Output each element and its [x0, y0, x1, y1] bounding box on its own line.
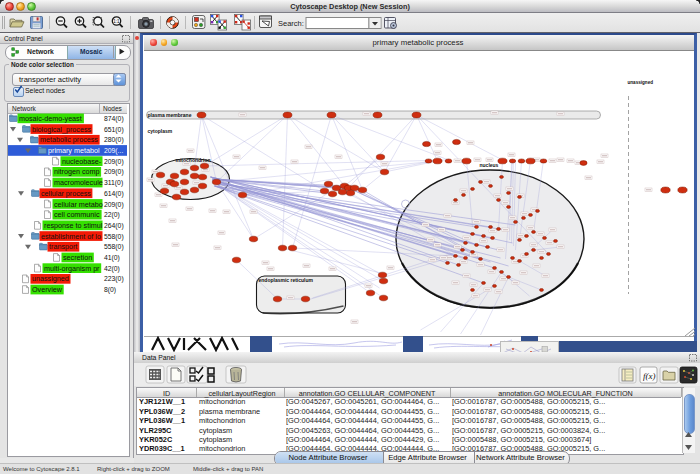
svg-text:multi-organism pr: multi-organism pr — [44, 264, 100, 273]
svg-text:614(0): 614(0) — [104, 190, 124, 198]
svg-text:macromolecule: macromolecule — [54, 178, 103, 187]
svg-text:209(...: 209(... — [104, 147, 123, 155]
svg-text:nucleobase-: nucleobase- — [62, 157, 102, 166]
svg-text:primary metabol: primary metabol — [48, 146, 100, 155]
svg-text:cellular process: cellular process — [41, 189, 91, 198]
svg-text:558(0): 558(0) — [104, 233, 124, 241]
svg-text:unassigned: unassigned — [627, 80, 653, 85]
svg-text:metabolic process: metabolic process — [40, 135, 98, 144]
svg-text:280(0): 280(0) — [104, 136, 124, 144]
svg-text:response to stimul: response to stimul — [44, 221, 103, 230]
svg-text:cellular metabo: cellular metabo — [54, 200, 103, 209]
svg-text:209(0): 209(0) — [104, 201, 124, 209]
svg-text:endoplasmic reticulum: endoplasmic reticulum — [258, 277, 313, 283]
svg-text:223(0): 223(0) — [104, 275, 124, 283]
svg-text:nucleus: nucleus — [479, 162, 498, 168]
svg-text:1:1: 1:1 — [113, 19, 120, 24]
svg-text:biological_process: biological_process — [32, 125, 92, 134]
svg-text:22(0): 22(0) — [104, 211, 120, 219]
svg-text:transport: transport — [49, 242, 77, 251]
svg-text:nitrogen comp: nitrogen comp — [54, 167, 100, 176]
svg-text:secretion: secretion — [63, 253, 92, 262]
svg-text:874(0): 874(0) — [104, 115, 124, 123]
svg-text:plasma membrane: plasma membrane — [147, 112, 191, 118]
svg-text:558(0): 558(0) — [104, 243, 124, 251]
svg-text:f(x): f(x) — [643, 371, 656, 381]
svg-text:311(0): 311(0) — [104, 179, 123, 187]
svg-text:8(0): 8(0) — [104, 286, 116, 294]
svg-text:264(0): 264(0) — [104, 222, 124, 230]
svg-text:209(0): 209(0) — [104, 158, 124, 166]
svg-text:establishment of lo: establishment of lo — [41, 232, 101, 241]
svg-text:Overview: Overview — [32, 285, 63, 294]
svg-text:cell communic: cell communic — [54, 210, 100, 219]
svg-text:651(0): 651(0) — [104, 126, 124, 134]
svg-text:unassigned: unassigned — [32, 274, 69, 283]
svg-text:209(0): 209(0) — [104, 168, 124, 176]
svg-text:42(0): 42(0) — [104, 265, 120, 273]
svg-text:mitochondrion: mitochondrion — [175, 157, 210, 163]
svg-text:cytoplasm: cytoplasm — [147, 128, 172, 134]
svg-text:mosaic-demo-yeast: mosaic-demo-yeast — [19, 114, 82, 123]
svg-text:41(0): 41(0) — [104, 254, 120, 262]
svg-text:Search:: Search: — [278, 19, 304, 28]
